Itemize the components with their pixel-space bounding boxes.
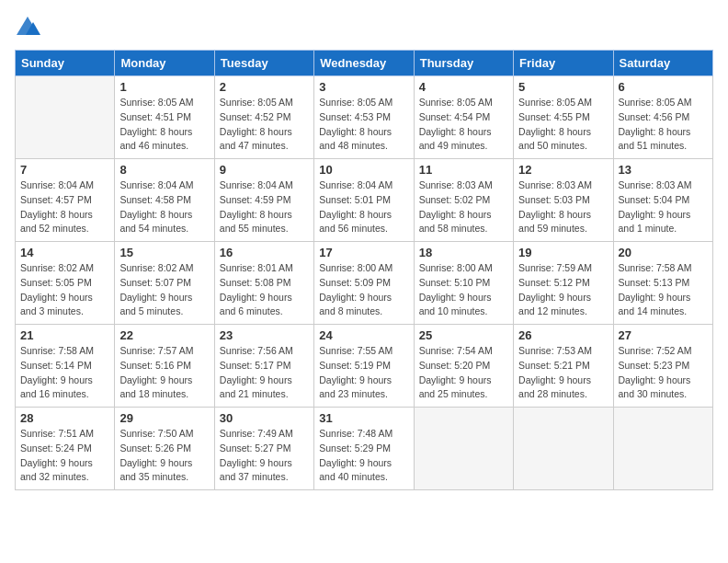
day-number: 13 — [619, 163, 708, 177]
day-number: 27 — [619, 328, 708, 342]
col-header-friday: Friday — [514, 51, 613, 76]
calendar-cell: 27Sunrise: 7:52 AMSunset: 5:23 PMDayligh… — [613, 325, 712, 408]
day-info: Sunrise: 8:03 AMSunset: 5:03 PMDaylight:… — [518, 178, 608, 236]
calendar-cell — [613, 408, 712, 490]
day-number: 3 — [319, 80, 408, 94]
day-number: 25 — [419, 328, 508, 342]
calendar-cell: 24Sunrise: 7:55 AMSunset: 5:19 PMDayligh… — [314, 325, 414, 408]
day-info: Sunrise: 7:58 AMSunset: 5:14 PMDaylight:… — [20, 344, 109, 402]
day-info: Sunrise: 7:56 AMSunset: 5:17 PMDaylight:… — [220, 344, 309, 402]
day-number: 26 — [518, 328, 608, 342]
calendar-table: SundayMondayTuesdayWednesdayThursdayFrid… — [15, 50, 713, 490]
calendar-cell: 20Sunrise: 7:58 AMSunset: 5:13 PMDayligh… — [613, 242, 712, 325]
calendar-cell — [514, 408, 613, 490]
calendar-week-row: 28Sunrise: 7:51 AMSunset: 5:24 PMDayligh… — [16, 408, 713, 490]
day-number: 6 — [619, 80, 708, 94]
calendar-cell: 18Sunrise: 8:00 AMSunset: 5:10 PMDayligh… — [414, 242, 513, 325]
calendar-cell: 8Sunrise: 8:04 AMSunset: 4:58 PMDaylight… — [115, 159, 214, 242]
day-number: 10 — [319, 163, 408, 177]
day-number: 29 — [119, 411, 209, 425]
calendar-cell — [16, 76, 115, 159]
calendar-cell: 2Sunrise: 8:05 AMSunset: 4:52 PMDaylight… — [214, 76, 313, 159]
calendar-week-row: 1Sunrise: 8:05 AMSunset: 4:51 PMDaylight… — [16, 76, 713, 159]
day-info: Sunrise: 8:03 AMSunset: 5:02 PMDaylight:… — [419, 178, 508, 236]
day-info: Sunrise: 8:01 AMSunset: 5:08 PMDaylight:… — [220, 261, 309, 319]
col-header-tuesday: Tuesday — [214, 51, 313, 76]
day-info: Sunrise: 8:05 AMSunset: 4:53 PMDaylight:… — [319, 96, 408, 154]
day-number: 8 — [119, 163, 209, 177]
calendar-cell: 7Sunrise: 8:04 AMSunset: 4:57 PMDaylight… — [16, 159, 115, 242]
day-number: 12 — [518, 163, 608, 177]
day-number: 19 — [518, 246, 608, 259]
calendar-cell: 25Sunrise: 7:54 AMSunset: 5:20 PMDayligh… — [414, 325, 513, 408]
calendar-header-row: SundayMondayTuesdayWednesdayThursdayFrid… — [16, 51, 713, 76]
calendar-cell: 16Sunrise: 8:01 AMSunset: 5:08 PMDayligh… — [214, 242, 313, 325]
calendar-week-row: 14Sunrise: 8:02 AMSunset: 5:05 PMDayligh… — [16, 242, 713, 325]
calendar-cell: 28Sunrise: 7:51 AMSunset: 5:24 PMDayligh… — [16, 408, 115, 490]
day-info: Sunrise: 7:57 AMSunset: 5:16 PMDaylight:… — [119, 344, 209, 402]
calendar-cell: 11Sunrise: 8:03 AMSunset: 5:02 PMDayligh… — [414, 159, 513, 242]
calendar-week-row: 7Sunrise: 8:04 AMSunset: 4:57 PMDaylight… — [16, 159, 713, 242]
day-number: 7 — [20, 163, 109, 177]
col-header-wednesday: Wednesday — [314, 51, 414, 76]
day-info: Sunrise: 7:54 AMSunset: 5:20 PMDaylight:… — [419, 344, 508, 402]
col-header-monday: Monday — [115, 51, 214, 76]
calendar-cell: 21Sunrise: 7:58 AMSunset: 5:14 PMDayligh… — [16, 325, 115, 408]
page-header — [15, 15, 713, 40]
calendar-cell: 3Sunrise: 8:05 AMSunset: 4:53 PMDaylight… — [314, 76, 414, 159]
logo-icon — [15, 15, 40, 40]
calendar-cell: 29Sunrise: 7:50 AMSunset: 5:26 PMDayligh… — [115, 408, 214, 490]
day-number: 28 — [20, 411, 109, 425]
calendar-cell: 19Sunrise: 7:59 AMSunset: 5:12 PMDayligh… — [514, 242, 613, 325]
calendar-cell: 10Sunrise: 8:04 AMSunset: 5:01 PMDayligh… — [314, 159, 414, 242]
day-info: Sunrise: 8:00 AMSunset: 5:09 PMDaylight:… — [319, 261, 408, 319]
calendar-cell: 12Sunrise: 8:03 AMSunset: 5:03 PMDayligh… — [514, 159, 613, 242]
calendar-cell — [414, 408, 513, 490]
calendar-cell: 4Sunrise: 8:05 AMSunset: 4:54 PMDaylight… — [414, 76, 513, 159]
col-header-thursday: Thursday — [414, 51, 513, 76]
day-number: 15 — [119, 246, 209, 259]
calendar-cell: 15Sunrise: 8:02 AMSunset: 5:07 PMDayligh… — [115, 242, 214, 325]
day-number: 11 — [419, 163, 508, 177]
day-info: Sunrise: 7:59 AMSunset: 5:12 PMDaylight:… — [518, 261, 608, 319]
day-info: Sunrise: 7:51 AMSunset: 5:24 PMDaylight:… — [20, 427, 109, 485]
calendar-cell: 17Sunrise: 8:00 AMSunset: 5:09 PMDayligh… — [314, 242, 414, 325]
day-number: 9 — [220, 163, 309, 177]
day-info: Sunrise: 8:02 AMSunset: 5:05 PMDaylight:… — [20, 261, 109, 319]
day-number: 21 — [20, 328, 109, 342]
day-number: 4 — [419, 80, 508, 94]
col-header-sunday: Sunday — [16, 51, 115, 76]
day-info: Sunrise: 8:04 AMSunset: 4:58 PMDaylight:… — [119, 178, 209, 236]
day-number: 14 — [20, 246, 109, 259]
calendar-cell: 31Sunrise: 7:48 AMSunset: 5:29 PMDayligh… — [314, 408, 414, 490]
calendar-cell: 30Sunrise: 7:49 AMSunset: 5:27 PMDayligh… — [214, 408, 313, 490]
day-info: Sunrise: 8:03 AMSunset: 5:04 PMDaylight:… — [619, 178, 708, 236]
day-info: Sunrise: 8:05 AMSunset: 4:52 PMDaylight:… — [220, 96, 309, 154]
day-info: Sunrise: 7:48 AMSunset: 5:29 PMDaylight:… — [319, 427, 408, 485]
day-info: Sunrise: 7:55 AMSunset: 5:19 PMDaylight:… — [319, 344, 408, 402]
calendar-cell: 14Sunrise: 8:02 AMSunset: 5:05 PMDayligh… — [16, 242, 115, 325]
calendar-cell: 13Sunrise: 8:03 AMSunset: 5:04 PMDayligh… — [613, 159, 712, 242]
day-info: Sunrise: 7:58 AMSunset: 5:13 PMDaylight:… — [619, 261, 708, 319]
day-info: Sunrise: 8:00 AMSunset: 5:10 PMDaylight:… — [419, 261, 508, 319]
day-info: Sunrise: 7:50 AMSunset: 5:26 PMDaylight:… — [119, 427, 209, 485]
day-info: Sunrise: 8:04 AMSunset: 4:59 PMDaylight:… — [220, 178, 309, 236]
day-info: Sunrise: 8:05 AMSunset: 4:55 PMDaylight:… — [518, 96, 608, 154]
logo — [15, 15, 42, 40]
calendar-cell: 6Sunrise: 8:05 AMSunset: 4:56 PMDaylight… — [613, 76, 712, 159]
day-info: Sunrise: 8:05 AMSunset: 4:51 PMDaylight:… — [119, 96, 209, 154]
day-info: Sunrise: 7:49 AMSunset: 5:27 PMDaylight:… — [220, 427, 309, 485]
calendar-cell: 9Sunrise: 8:04 AMSunset: 4:59 PMDaylight… — [214, 159, 313, 242]
day-number: 23 — [220, 328, 309, 342]
day-info: Sunrise: 8:02 AMSunset: 5:07 PMDaylight:… — [119, 261, 209, 319]
col-header-saturday: Saturday — [613, 51, 712, 76]
day-info: Sunrise: 8:04 AMSunset: 4:57 PMDaylight:… — [20, 178, 109, 236]
day-number: 31 — [319, 411, 408, 425]
day-number: 20 — [619, 246, 708, 259]
day-info: Sunrise: 8:04 AMSunset: 5:01 PMDaylight:… — [319, 178, 408, 236]
calendar-cell: 22Sunrise: 7:57 AMSunset: 5:16 PMDayligh… — [115, 325, 214, 408]
day-number: 1 — [119, 80, 209, 94]
day-number: 16 — [220, 246, 309, 259]
day-number: 18 — [419, 246, 508, 259]
calendar-cell: 5Sunrise: 8:05 AMSunset: 4:55 PMDaylight… — [514, 76, 613, 159]
